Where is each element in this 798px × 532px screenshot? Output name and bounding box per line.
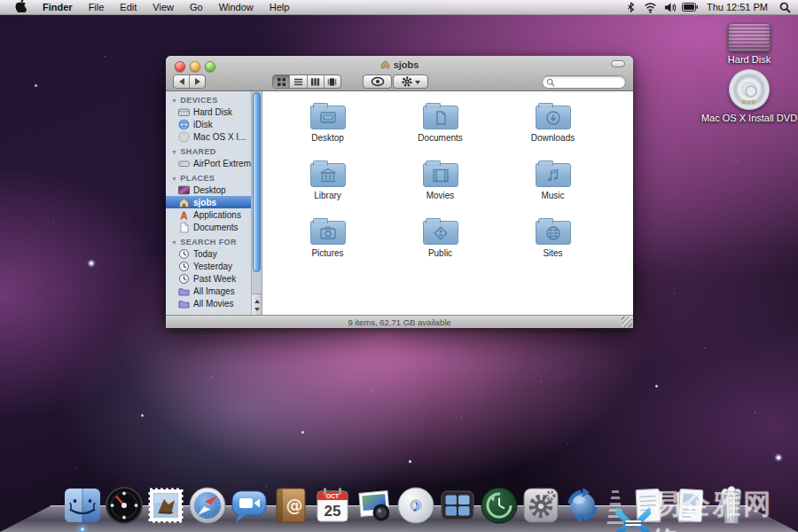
dock-itunes[interactable]: ♪ — [395, 485, 436, 526]
folder-desktop[interactable]: Desktop — [271, 97, 384, 154]
menu-item-view[interactable]: View — [145, 0, 182, 14]
folder-library[interactable]: Library — [271, 154, 384, 212]
menu-item-edit[interactable]: Edit — [112, 0, 145, 14]
dock-ichat[interactable] — [229, 485, 270, 526]
sidebar-item-sjobs[interactable]: sjobs — [166, 196, 251, 208]
dock-finder[interactable] — [62, 485, 103, 526]
menu-clock[interactable]: Thu 12:51 PM — [701, 2, 773, 12]
folder-icon-sites — [536, 221, 571, 245]
sidebar-item-yesterday[interactable]: Yesterday — [166, 260, 251, 272]
action-menu-button[interactable] — [393, 74, 428, 89]
scrollbar-thumb[interactable] — [253, 92, 261, 272]
folder-icon-library — [310, 163, 346, 187]
sidebar-item-mac-os-x-install[interactable]: Mac OS X I... — [166, 130, 251, 143]
home-icon — [380, 59, 390, 69]
icon-view-button[interactable] — [273, 75, 290, 88]
scroll-down-button[interactable] — [252, 305, 262, 315]
folder-sites[interactable]: Sites — [497, 212, 609, 270]
resize-grip[interactable] — [622, 317, 632, 327]
forward-button[interactable] — [190, 75, 205, 88]
menu-item-window[interactable]: Window — [211, 0, 262, 14]
applications-icon: A — [178, 209, 190, 221]
dock-safari[interactable] — [187, 485, 228, 526]
window-header[interactable]: sjobs — [166, 56, 633, 91]
folder-music[interactable]: Music — [497, 154, 609, 212]
sidebar-section-shared[interactable]: ▼SHARED — [166, 143, 251, 157]
sidebar-item-documents[interactable]: Documents — [166, 221, 251, 233]
quick-look-button[interactable] — [363, 74, 392, 89]
sidebar-item-desktop[interactable]: Desktop — [166, 184, 251, 196]
search-input[interactable] — [555, 78, 617, 87]
menu-item-go[interactable]: Go — [182, 0, 211, 14]
back-button[interactable] — [174, 75, 189, 88]
sidebar-section-search-for[interactable]: ▼SEARCH FOR — [166, 233, 251, 247]
finder-running-indicator — [80, 527, 85, 532]
sidebar-scrollbar[interactable] — [251, 91, 262, 315]
desktop-thumb-icon — [178, 184, 190, 196]
folder-public[interactable]: Public — [384, 212, 497, 270]
dock-trash[interactable] — [711, 485, 752, 526]
folder-movies[interactable]: Movies — [384, 154, 497, 212]
sidebar-item-today[interactable]: Today — [166, 247, 251, 260]
sidebar-item-applications[interactable]: A Applications — [166, 208, 251, 221]
dock-time-machine[interactable] — [479, 485, 520, 526]
list-view-button[interactable] — [290, 75, 307, 88]
desktop-icon-hard-disk[interactable]: Hard Disk — [700, 23, 798, 65]
clock-icon — [178, 273, 190, 285]
coverflow-view-button[interactable] — [325, 75, 340, 88]
folder-icon-documents — [423, 106, 458, 129]
sidebar-item-past-week[interactable]: Past Week — [166, 272, 251, 285]
apple-menu[interactable] — [7, 0, 35, 16]
dock-software-update[interactable] — [562, 485, 603, 526]
dock-system-preferences[interactable] — [520, 485, 561, 526]
dock-downloads-stack[interactable] — [669, 485, 710, 526]
folder-downloads[interactable]: Downloads — [497, 97, 609, 154]
document-small-icon — [178, 222, 190, 233]
spotlight-icon[interactable] — [777, 0, 793, 14]
menu-item-file[interactable]: File — [81, 0, 113, 14]
sidebar-item-idisk[interactable]: iDisk — [166, 118, 251, 130]
window-title: sjobs — [166, 58, 633, 71]
dock-ical[interactable]: OCT25 — [312, 485, 353, 526]
menu-item-finder[interactable]: Finder — [35, 0, 81, 14]
folder-pictures[interactable]: Pictures — [271, 212, 384, 270]
dock-dashboard[interactable] — [104, 485, 145, 526]
sidebar: ▼DEVICES Hard Disk iDisk Mac OS X I... — [166, 91, 262, 315]
sidebar-item-all-movies[interactable]: All Movies — [166, 297, 251, 309]
folder-icon-public — [423, 221, 458, 245]
folder-documents[interactable]: Documents — [384, 97, 497, 154]
status-text: 9 items, 62.71 GB available — [348, 317, 450, 327]
dock-iphoto[interactable] — [354, 485, 395, 526]
search-field[interactable] — [542, 75, 626, 89]
smart-folder-icon — [178, 298, 190, 309]
menu-item-help[interactable]: Help — [262, 0, 298, 14]
folder-icon-pictures — [310, 221, 346, 245]
battery-icon[interactable] — [682, 0, 698, 14]
dock-mail[interactable] — [145, 485, 186, 526]
sidebar-item-all-images[interactable]: All Images — [166, 285, 251, 297]
dock-address-book[interactable]: @ — [270, 485, 311, 526]
back-forward-buttons — [173, 74, 206, 89]
sidebar-section-devices[interactable]: ▼DEVICES — [166, 91, 251, 106]
sidebar-item-hard-disk[interactable]: Hard Disk — [166, 106, 251, 118]
bluetooth-icon[interactable] — [623, 0, 639, 14]
idisk-icon — [178, 119, 190, 130]
dvd-disc-text: DVD — [729, 99, 770, 105]
sidebar-section-places[interactable]: ▼PLACES — [166, 169, 251, 184]
home-small-icon — [178, 197, 190, 208]
airport-icon — [178, 158, 190, 169]
scroll-up-button[interactable] — [252, 294, 262, 305]
view-switcher — [272, 74, 341, 89]
dock-spaces[interactable] — [437, 485, 478, 526]
dock-documents-stack[interactable] — [628, 485, 669, 526]
sidebar-item-airport-extreme[interactable]: AirPort Extreme — [166, 157, 251, 169]
folder-icon-movies — [423, 163, 458, 187]
volume-icon[interactable] — [662, 0, 678, 14]
wifi-icon[interactable] — [643, 0, 659, 14]
svg-text:A: A — [181, 210, 188, 221]
desktop-icon-install-dvd[interactable]: DVD Mac OS X Install DVD — [700, 69, 798, 123]
column-view-button[interactable] — [308, 75, 325, 88]
toolbar-toggle-button[interactable] — [611, 60, 625, 67]
dock: @ OCT25 ♪ — [62, 485, 752, 526]
eye-icon — [371, 76, 385, 87]
